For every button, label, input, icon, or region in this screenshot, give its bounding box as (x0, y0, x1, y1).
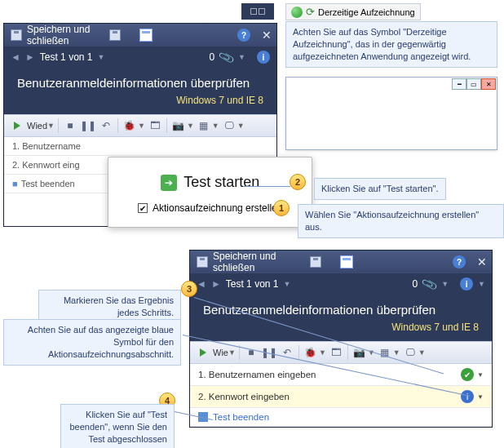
tb-bug-icon[interactable]: 🐞 (122, 118, 138, 134)
screen-drop-icon[interactable]: ▼ (418, 348, 426, 357)
test-runner-panel-2: Speichern und schließen ? ✕ ◄ ► Test 1 v… (189, 250, 493, 428)
callout-click-end: Klicken Sie auf "Test beenden", wenn Sie… (60, 404, 175, 448)
attach-drop-icon[interactable]: ▼ (238, 53, 245, 61)
panel2-step-1-label: 1. Benutzernamen eingeben (198, 370, 316, 379)
callout-click-start: Klicken Sie auf "Test starten". (314, 178, 446, 200)
tb-camera-icon[interactable]: 📷 (170, 118, 187, 134)
close-icon[interactable]: ✕ (477, 255, 487, 268)
callout-select-recording: Wählen Sie "Aktionsaufzeichnung erstelle… (298, 204, 504, 238)
start-test-button[interactable]: ➔ Test starten (138, 174, 282, 191)
test-counter: 0 (412, 278, 418, 290)
panel2-header-title[interactable]: Speichern und schließen (213, 251, 305, 273)
attach-drop-icon[interactable]: ▼ (441, 280, 449, 288)
win-close-icon[interactable]: ✕ (481, 78, 496, 90)
nav-next-icon[interactable]: ► (25, 51, 35, 63)
panel2-header: Speichern und schließen ? ✕ (190, 251, 492, 273)
refresh-icon: ⟳ (306, 6, 315, 18)
nav-dropdown-icon[interactable]: ▼ (98, 53, 105, 61)
info-drop-icon[interactable]: ▼ (478, 280, 485, 288)
tb-undo-icon[interactable]: ↶ (98, 118, 114, 134)
panel1-test-nav: ◄ ► Test 1 von 1 ▼ 0 📎 ▼ i (4, 47, 276, 68)
badge-3: 3 (181, 281, 197, 297)
current-recording-label: Derzeitige Aufzeichnung (318, 7, 415, 17)
help-icon[interactable]: ? (237, 29, 250, 42)
nav-prev-icon[interactable]: ◄ (197, 278, 206, 290)
grid-drop-icon[interactable]: ▼ (393, 348, 400, 357)
save-all-icon[interactable] (308, 255, 323, 269)
panel1-test-title: Benutzeranmeldeinformationen überprüfen (4, 68, 276, 91)
toolbar-wie-label[interactable]: Wie (213, 348, 228, 357)
save-all-icon[interactable] (108, 28, 122, 42)
panel2-test-nav: ◄ ► Test 1 von 1 ▼ 0 📎 ▼ i ▼ (190, 273, 492, 295)
arrow-start-icon: ➔ (161, 175, 177, 191)
cam-drop-icon[interactable]: ▼ (187, 122, 194, 130)
panel2-step-2-label: 2. Kennwort eingeben (198, 392, 290, 401)
attachment-icon[interactable]: 📎 (218, 49, 235, 66)
tb-stop-icon[interactable]: ■ (62, 118, 78, 134)
nav-prev-icon[interactable]: ◄ (11, 51, 20, 63)
window-buttons: ━ ▭ ✕ (452, 78, 496, 90)
panel1-header: Speichern und schließen ? ✕ (4, 24, 276, 47)
bug-drop-icon[interactable]: ▼ (319, 348, 326, 357)
tb-card-icon[interactable]: 🗔 (328, 344, 344, 361)
document-icon[interactable] (339, 255, 354, 269)
info-icon[interactable]: i (460, 277, 473, 291)
tb-screen-icon[interactable]: 🖵 (402, 344, 418, 361)
grid-drop-icon[interactable]: ▼ (212, 122, 219, 130)
tb-card-icon[interactable]: 🗔 (147, 118, 163, 134)
mark-drop-icon[interactable]: ▼ (477, 393, 484, 401)
attachment-icon[interactable]: 📎 (421, 276, 438, 293)
badge-2: 2 (290, 174, 306, 190)
screen-drop-icon[interactable]: ▼ (237, 122, 245, 130)
bug-drop-icon[interactable]: ▼ (138, 122, 145, 130)
checkbox-icon: ✔ (138, 203, 148, 213)
panel2-step-1[interactable]: 1. Benutzernamen eingeben ✔ ▼ (190, 364, 492, 386)
badge-1: 1 (273, 200, 290, 216)
panel2-test-title: Benutzeranmeldeinformationen überprüfen (190, 295, 492, 318)
panel1-header-title[interactable]: Speichern und schließen (27, 24, 104, 47)
create-recording-checkbox[interactable]: ✔ Aktionsaufzeichnung erstellen (138, 202, 282, 214)
win-max-icon[interactable]: ▭ (466, 78, 481, 90)
close-icon[interactable]: ✕ (262, 29, 272, 42)
panel2-test-subtitle: Windows 7 und IE 8 (190, 318, 492, 341)
panel2-step-end[interactable]: Test beenden (190, 408, 492, 427)
tb-grid-icon[interactable]: ▦ (377, 344, 393, 361)
callout-blue-symbol: Achten Sie auf das angezeigte blaue Symb… (3, 319, 181, 366)
win-min-icon[interactable]: ━ (452, 78, 466, 90)
test-nav-label: Test 1 von 1 (226, 278, 279, 290)
panel1-test-subtitle: Windows 7 und IE 8 (4, 91, 276, 114)
panel2-toolbar: Wie ▼ ■ ❚❚ ↶ 🐞 ▼ 🗔 📷 ▼ ▦ ▼ 🖵 ▼ (190, 341, 492, 364)
panel2-step-2[interactable]: 2. Kennwort eingeben i ▼ (190, 386, 492, 408)
panel2-step-end-label: Test beenden (213, 412, 269, 422)
save-icon[interactable] (195, 255, 210, 269)
start-test-popup: ➔ Test starten ✔ Aktionsaufzeichnung ers… (108, 157, 312, 228)
tb-pause-icon[interactable]: ❚❚ (80, 118, 96, 134)
tb-stop-icon[interactable]: ■ (243, 344, 259, 361)
info-mark-icon[interactable]: i (461, 390, 474, 403)
tb-grid-icon[interactable]: ▦ (196, 118, 212, 134)
panel1-step-1[interactable]: 1. Benutzername (4, 137, 276, 156)
create-recording-label: Aktionsaufzeichnung erstellen (153, 202, 282, 214)
record-layout-bar (241, 3, 274, 20)
test-nav-label: Test 1 von 1 (40, 51, 93, 63)
tb-screen-icon[interactable]: 🖵 (221, 118, 237, 134)
info-icon[interactable]: i (257, 51, 270, 64)
document-icon[interactable] (139, 28, 153, 42)
nav-next-icon[interactable]: ► (211, 278, 221, 290)
play-icon[interactable] (195, 344, 211, 361)
wied-drop-icon[interactable]: ▼ (47, 122, 55, 130)
recorded-app-window: ━ ▭ ✕ (285, 77, 497, 150)
start-test-label: Test starten (183, 174, 259, 191)
current-recording-header: ⟳ Derzeitige Aufzeichnung (285, 3, 421, 20)
help-icon[interactable]: ? (453, 255, 466, 268)
tb-bug-icon[interactable]: 🐞 (303, 344, 319, 361)
mark-drop-icon[interactable]: ▼ (477, 371, 484, 379)
toolbar-wied-label[interactable]: Wied (27, 121, 47, 131)
test-counter: 0 (209, 51, 214, 63)
panel1-toolbar: Wied ▼ ■ ❚❚ ↶ 🐞 ▼ 🗔 📷 ▼ ▦ ▼ 🖵 ▼ (4, 114, 276, 137)
pass-mark-icon[interactable]: ✔ (461, 368, 474, 381)
wie-drop-icon[interactable]: ▼ (228, 348, 236, 357)
play-icon[interactable] (9, 118, 25, 134)
save-icon[interactable] (9, 28, 24, 42)
nav-dropdown-icon[interactable]: ▼ (284, 280, 291, 288)
